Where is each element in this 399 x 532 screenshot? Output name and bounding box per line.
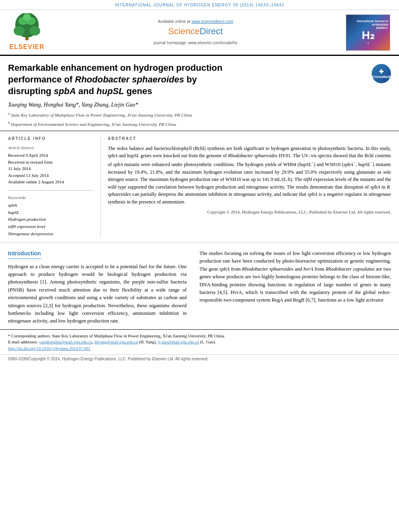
email-addresses: E-mail addresses: yanghonghui@mail.xjtu.… — [8, 339, 391, 345]
doi-line: http://dx.doi.org/10.1016/j.ijhydene.201… — [8, 345, 391, 352]
keyword-2: hupSL — [8, 209, 93, 216]
abstract-column: ABSTRACT The redox balance and bacterioc… — [101, 136, 391, 237]
crossmark-badge: ✚ CrossMark — [372, 64, 391, 83]
svg-point-3 — [29, 26, 40, 35]
affiliations: a State Key Laboratory of Multiphase Flo… — [8, 111, 391, 127]
article-info-abstract-section: ARTICLE INFO Article history: Received 9… — [0, 131, 399, 242]
journal-cover-sub: ● — [367, 41, 369, 45]
banner-center: Available online at www.sciencedirect.co… — [53, 13, 338, 51]
journal-cover-image: International Journal ofHYDROGENENERGY H… — [346, 14, 390, 51]
journal-header-bar: INTERNATIONAL JOURNAL OF HYDROGEN ENERGY… — [0, 0, 399, 10]
email-link-1[interactable]: yanghonghui@mail.xjtu.edu.cn — [39, 340, 92, 344]
top-banner: ELSEVIER Available online at www.science… — [0, 10, 399, 56]
received-date: Received 9 April 2014 — [8, 152, 93, 159]
revised-date: 11 July 2014 — [8, 165, 93, 172]
issn-copyright: 0360-3199/Copyright © 2014, Hydrogen Ene… — [8, 357, 208, 361]
journal-homepage: journal homepage: www.elsevier.com/locat… — [154, 40, 237, 46]
history-title: Article history: — [8, 145, 93, 151]
doi-link[interactable]: http://dx.doi.org/10.1016/j.ijhydene.201… — [8, 346, 90, 351]
svg-point-6 — [23, 14, 31, 21]
affiliation-b: b Department of Environmental Science an… — [8, 120, 391, 127]
journal-cover-title: International Journal ofHYDROGENENERGY — [357, 20, 388, 30]
keyword-3: Hydrogen production — [8, 216, 93, 223]
keyword-1: spbA — [8, 202, 93, 209]
copyright-line: Copyright © 2014, Hydrogen Energy Public… — [108, 209, 391, 215]
article-info-label: ARTICLE INFO — [8, 136, 93, 142]
elsevier-tree-icon — [11, 13, 43, 41]
journal-cover-h2-icon: H₂ — [362, 30, 374, 41]
elsevier-brand-label: ELSEVIER — [9, 43, 44, 51]
elsevier-logo: ELSEVIER — [5, 13, 49, 51]
article-main-title: Remarkable enhancement on hydrogen produ… — [8, 62, 372, 97]
main-left-column: Introduction Hydrogen as a clean energy … — [8, 250, 193, 325]
corresponding-note: * Corresponding authors. State Key Labor… — [8, 333, 391, 339]
email-link-3[interactable]: lj-guo@mail.xjtu.edu.cn — [158, 340, 199, 344]
sciencedirect-logo: ScienceDirect — [168, 25, 223, 38]
keyword-4: nifH expression level — [8, 223, 93, 230]
article-info-column: ARTICLE INFO Article history: Received 9… — [8, 136, 101, 237]
banner-right: International Journal ofHYDROGENENERGY H… — [342, 13, 394, 51]
keyword-5: Nitrogenase derepression — [8, 230, 93, 238]
keywords-label: Keywords: — [8, 195, 93, 201]
intro-left-text: Hydrogen as a clean energy carrier is ac… — [8, 263, 187, 325]
article-history: Article history: Received 9 April 2014 R… — [8, 145, 93, 185]
sciencedirect-url[interactable]: www.sciencedirect.com — [191, 19, 233, 24]
divider — [8, 190, 93, 191]
keywords-section: Keywords: spbA hupSL Hydrogen production… — [8, 195, 93, 237]
authors-line: Xueqing Wang, Honghui Yang*, Yang Zhang,… — [8, 101, 391, 109]
available-online-date: Available online 2 August 2014 — [8, 179, 93, 185]
svg-point-2 — [14, 26, 25, 35]
journal-header-text: INTERNATIONAL JOURNAL OF HYDROGEN ENERGY… — [115, 3, 284, 7]
main-right-column: The studies focusing on solving the issu… — [193, 250, 391, 325]
accepted-date: Accepted 13 July 2014 — [8, 172, 93, 179]
affiliation-a: a State Key Laboratory of Multiphase Flo… — [8, 111, 391, 118]
main-content: Introduction Hydrogen as a clean energy … — [0, 242, 399, 329]
intro-right-text: The studies focusing on solving the issu… — [200, 250, 391, 304]
abstract-text: The redox balance and bacteriochlorophyl… — [108, 145, 391, 206]
footnote-section: * Corresponding authors. State Key Labor… — [0, 329, 399, 354]
email-link-2[interactable]: hhyang@mail.xjtu.edu.cn — [95, 340, 138, 344]
available-online-text: Available online at www.sciencedirect.co… — [158, 19, 233, 25]
footer-bar: 0360-3199/Copyright © 2014, Hydrogen Ene… — [0, 354, 399, 364]
article-title-section: Remarkable enhancement on hydrogen produ… — [0, 56, 399, 131]
revised-date-label: Received in revised form — [8, 159, 93, 166]
introduction-heading: Introduction — [8, 250, 41, 259]
abstract-label: ABSTRACT — [108, 136, 391, 142]
